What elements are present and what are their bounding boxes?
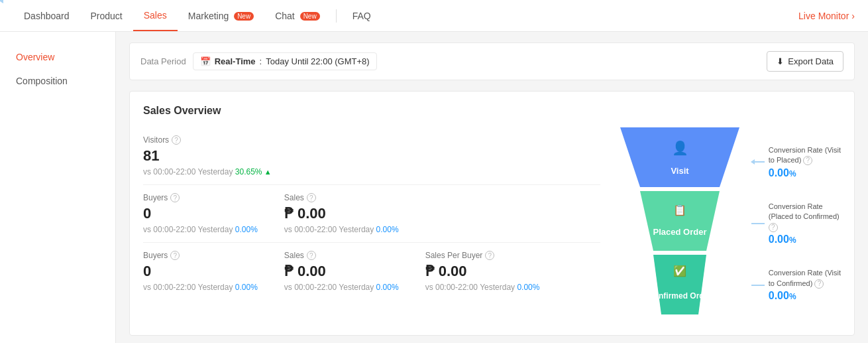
conv3-help[interactable]: ? [814,279,824,289]
buyers1-compare: vs 00:00-22:00 Yesterday 0.00% [143,225,258,234]
sales-overview-card: Sales Overview Visitors ? 81 v [129,91,855,336]
stats-funnel-container: Visitors ? 81 vs 00:00-22:00 Yesterday 3… [143,127,841,322]
download-icon: ⬇ [777,56,784,66]
up-arrow-icon: ▲ [264,168,272,176]
sales1-value: ₱ 0.00 [284,205,399,222]
spb-value: ₱ 0.00 [425,263,540,280]
placed-label: Placed Order [653,227,706,237]
stat-block-buyers-2: Buyers ? 0 vs 00:00-22:00 Yesterday 0.00… [143,251,258,292]
visit-icon: 👤 [671,140,688,156]
confirmed-icon: ✅ [673,265,686,277]
main-layout: Overview Composition Data Period 📅 Real-… [0,32,868,343]
sales2-value: ₱ 0.00 [284,263,399,280]
sales1-help-icon[interactable]: ? [307,193,316,202]
time-value: Today Until 22:00 (GMT+8) [266,56,369,66]
colon: : [260,56,262,66]
conv-value-3: 0.00% [769,290,841,302]
conv-rate-2-container: Conversion Rate(Placed to Confirmed)? 0.… [751,202,841,245]
nav-item-faq[interactable]: FAQ [342,1,382,31]
sidebar: Overview Composition [0,32,116,343]
arrow-3 [751,285,765,286]
chat-badge: New [300,12,320,21]
arrow-2 [751,223,765,224]
data-period-bar: Data Period 📅 Real-Time : Today Until 22… [129,42,855,80]
conv-block-1: Conversion Rate (Visitto Placed) ? 0.00% [769,145,841,179]
buyers2-help-icon[interactable]: ? [170,251,180,260]
sidebar-item-composition[interactable]: Composition [0,69,115,93]
nav-item-product[interactable]: Product [80,1,133,31]
spb-compare: vs 00:00-22:00 Yesterday 0.00% [425,283,540,292]
conv-value-1: 0.00% [769,167,841,179]
calendar-icon: 📅 [200,56,211,66]
conv-rate-3-container: Conversion Rate (Visitto Confirmed) ? 0.… [751,268,841,302]
real-time-text: Real-Time [215,56,256,66]
conv2-help[interactable]: ? [769,223,778,232]
visitors-value: 81 [143,147,600,165]
nav-item-chat[interactable]: Chat New [264,1,330,31]
stat-row-confirmed: Buyers ? 0 vs 00:00-22:00 Yesterday 0.00… [143,243,600,300]
funnel-chart: 👤 Visit 📋 Placed Order ✅ Confirmed Order [614,127,746,322]
funnel-svg: 👤 Visit 📋 Placed Order ✅ Confirmed Order [614,127,746,320]
funnel-side: 👤 Visit 📋 Placed Order ✅ Confirmed Order [614,127,841,322]
placed-icon: 📋 [673,204,686,216]
sales1-compare: vs 00:00-22:00 Yesterday 0.00% [284,225,399,234]
conv-value-2: 0.00% [769,234,840,245]
nav-item-marketing[interactable]: Marketing New [178,1,264,31]
stat-block-sales-1: Sales ? ₱ 0.00 vs 00:00-22:00 Yesterday … [284,193,399,234]
sales-overview-title: Sales Overview [143,105,841,117]
stat-block-visitors: Visitors ? 81 vs 00:00-22:00 Yesterday 3… [143,135,600,176]
spb-help-icon[interactable]: ? [485,251,494,260]
conv-block-2: Conversion Rate(Placed to Confirmed)? 0.… [769,202,840,245]
buyers1-help-icon[interactable]: ? [170,193,180,202]
funnel-confirmed-shape[interactable] [653,255,706,314]
visitors-label: Visitors ? [143,135,600,145]
export-data-button[interactable]: ⬇ Export Data [767,51,843,72]
arrow-1-head [751,159,755,165]
funnel-visit-shape[interactable] [620,127,739,187]
stat-row-buyers-sales: Buyers ? 0 vs 00:00-22:00 Yesterday 0.00… [143,185,600,243]
buyers2-value: 0 [143,263,258,280]
stats-side: Visitors ? 81 vs 00:00-22:00 Yesterday 3… [143,127,600,322]
conv-rate-1-container: Conversion Rate (Visitto Placed) ? 0.00% [751,145,841,179]
stat-block-sales-2: Sales ? ₱ 0.00 vs 00:00-22:00 Yesterday … [284,251,399,292]
buyers1-value: 0 [143,205,258,222]
buyers2-compare: vs 00:00-22:00 Yesterday 0.00% [143,283,258,292]
marketing-badge: New [234,12,254,21]
confirmed-label: Confirmed Order [648,291,712,301]
nav-divider [336,9,337,23]
nav-item-sales[interactable]: Sales [133,1,178,31]
stat-block-buyers-1: Buyers ? 0 vs 00:00-22:00 Yesterday 0.00… [143,193,258,234]
conv-block-3: Conversion Rate (Visitto Confirmed) ? 0.… [769,268,841,302]
visitors-change: 30.65% [235,167,262,176]
funnel-placed-shape[interactable] [640,191,720,251]
real-time-badge[interactable]: 📅 Real-Time : Today Until 22:00 (GMT+8) [193,52,377,70]
conv-label-1: Conversion Rate (Visitto Placed) ? [769,145,841,166]
top-navigation: Dashboard Product Sales Marketing New Ch… [0,0,868,32]
conv1-help[interactable]: ? [803,156,812,165]
conversion-container: Conversion Rate (Visitto Placed) ? 0.00%… [751,127,841,320]
conv-label-2: Conversion Rate(Placed to Confirmed)? [769,202,840,232]
live-monitor-link[interactable]: Live Monitor › [798,11,855,21]
data-period-label: Data Period [140,56,186,66]
stat-block-sales-per-buyer: Sales Per Buyer ? ₱ 0.00 vs 00:00-22:00 … [425,251,540,292]
stat-row-visitors: Visitors ? 81 vs 00:00-22:00 Yesterday 3… [143,127,600,185]
nav-item-dashboard[interactable]: Dashboard [13,1,80,31]
visit-label: Visit [671,166,689,176]
main-content: Data Period 📅 Real-Time : Today Until 22… [116,32,868,343]
sales2-help-icon[interactable]: ? [307,251,316,260]
arrow-1 [751,161,765,163]
visitors-compare: vs 00:00-22:00 Yesterday 30.65% ▲ [143,167,600,176]
conv-label-3: Conversion Rate (Visitto Confirmed) ? [769,268,841,289]
visitors-help-icon[interactable]: ? [172,135,181,145]
sidebar-item-overview[interactable]: Overview [0,45,115,69]
sales2-compare: vs 00:00-22:00 Yesterday 0.00% [284,283,399,292]
